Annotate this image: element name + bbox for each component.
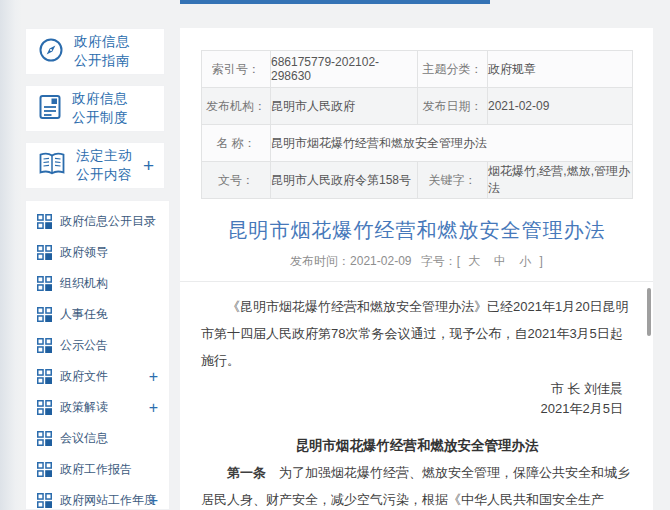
name-value: 昆明市烟花爆竹经营和燃放安全管理办法: [271, 125, 633, 162]
index-value: 686175779-202102-298630: [271, 51, 418, 88]
sidebar-item-website-annual-report[interactable]: 政府网站工作年度 +: [26, 485, 169, 510]
agency-value: 昆明市人民政府: [271, 88, 418, 125]
article-body: 《昆明市烟花爆竹经营和燃放安全管理办法》已经2021年1月20日昆明市第十四届人…: [180, 282, 653, 510]
signature-name: 市 长 刘佳晨: [201, 379, 633, 399]
grid-icon: [37, 214, 52, 229]
sidebar-item-gov-info-catalog[interactable]: 政府信息公开目录: [26, 206, 169, 237]
announcement-paragraph: 《昆明市烟花爆竹经营和燃放安全管理办法》已经2021年1月20日昆明市第十四届人…: [201, 293, 633, 374]
keyword-value: 烟花爆竹,经营,燃放,管理办法: [488, 162, 633, 199]
sidebar-item-meeting-info[interactable]: 会议信息: [26, 423, 169, 454]
grid-icon: [37, 493, 52, 508]
table-row: 发布机构： 昆明市人民政府 发布日期： 2021-02-09: [202, 88, 633, 125]
sidebar-item-label: 人事任免: [60, 306, 108, 323]
sidebar-menu-panel: 政府信息公开目录 政府领导 组织机构 人事任免 公示公告 政府文件 + 政策解读…: [25, 200, 170, 510]
table-row: 文号： 昆明市人民政府令第158号 关键字： 烟花爆竹,经营,燃放,管理办法: [202, 162, 633, 199]
sidebar-card-open-guide[interactable]: 政府信息 公开指南: [25, 28, 165, 75]
grid-icon: [37, 338, 52, 353]
grid-icon: [37, 400, 52, 415]
publish-meta-line: 发布时间：2021-02-09 字号：[ 大 中 小 ]: [180, 253, 653, 270]
sidebar-item-label: 政府文件: [60, 368, 108, 385]
main-content-panel: 索引号： 686175779-202102-298630 主题分类： 政府规章 …: [180, 28, 653, 510]
page-left-gutter: [0, 0, 22, 510]
sidebar-item-gov-leaders[interactable]: 政府领导: [26, 237, 169, 268]
sidebar-item-gov-documents[interactable]: 政府文件 +: [26, 361, 169, 392]
sidebar-card-statutory-disclosure[interactable]: 法定主动 公开内容 +: [25, 142, 165, 189]
scrollbar-thumb[interactable]: [647, 288, 651, 336]
grid-icon: [37, 307, 52, 322]
article-1-number: 第一条: [227, 465, 266, 480]
sidebar-item-label: 政府工作报告: [60, 461, 132, 478]
sidebar-item-label: 公示公告: [60, 337, 108, 354]
topic-value: 政府规章: [488, 51, 633, 88]
book-icon: [38, 152, 66, 180]
sidebar-card-open-rules[interactable]: 政府信息 公开制度: [25, 85, 165, 132]
grid-icon: [37, 276, 52, 291]
grid-icon: [37, 431, 52, 446]
compass-icon: [38, 37, 64, 67]
grid-icon: [37, 462, 52, 477]
fontsize-bracket: ]: [540, 254, 543, 268]
regulation-heading: 昆明市烟花爆竹经营和燃放安全管理办法: [201, 432, 633, 459]
name-label: 名 称：: [202, 125, 271, 162]
table-row: 名 称： 昆明市烟花爆竹经营和燃放安全管理办法: [202, 125, 633, 162]
sidebar-item-label: 组织机构: [60, 275, 108, 292]
sidebar-item-label: 会议信息: [60, 430, 108, 447]
agency-label: 发布机构：: [202, 88, 271, 125]
topic-label: 主题分类：: [418, 51, 488, 88]
publish-date: 发布时间：2021-02-09: [290, 254, 411, 268]
keyword-label: 关键字：: [418, 162, 488, 199]
grid-icon: [37, 369, 52, 384]
sidebar-card-label: 政府信息 公开指南: [74, 33, 130, 69]
docno-label: 文号：: [202, 162, 271, 199]
pubdate-value: 2021-02-09: [488, 88, 633, 125]
sidebar-item-organizations[interactable]: 组织机构: [26, 268, 169, 299]
fontsize-medium-button[interactable]: 中: [494, 254, 506, 268]
expand-plus-icon[interactable]: +: [143, 155, 154, 177]
article-1: 第一条 为了加强烟花爆竹经营、燃放安全管理，保障公共安全和城乡居民人身、财产安全…: [201, 459, 633, 510]
sidebar-item-label: 政府领导: [60, 244, 108, 261]
expand-plus-icon[interactable]: +: [149, 399, 158, 417]
sidebar-item-public-notices[interactable]: 公示公告: [26, 330, 169, 361]
expand-plus-icon[interactable]: +: [149, 492, 158, 510]
sidebar-card-label: 法定主动 公开内容: [76, 147, 132, 183]
sidebar-item-label: 政府信息公开目录: [60, 213, 156, 230]
signature-date: 2021年2月5日: [201, 399, 633, 419]
sidebar-card-label: 政府信息 公开制度: [72, 90, 128, 126]
sidebar-item-label: 政策解读: [60, 399, 108, 416]
fontsize-label: 字号：[: [421, 254, 460, 268]
pubdate-label: 发布日期：: [418, 88, 488, 125]
active-tab-indicator: [180, 0, 490, 4]
index-label: 索引号：: [202, 51, 271, 88]
fontsize-small-button[interactable]: 小: [519, 254, 531, 268]
expand-plus-icon[interactable]: +: [149, 368, 158, 386]
fontsize-large-button[interactable]: 大: [469, 254, 481, 268]
sidebar-item-gov-work-report[interactable]: 政府工作报告: [26, 454, 169, 485]
sidebar-item-policy-interpretation[interactable]: 政策解读 +: [26, 392, 169, 423]
page-title: 昆明市烟花爆竹经营和燃放安全管理办法: [180, 217, 653, 244]
sidebar-item-label: 政府网站工作年度: [60, 492, 156, 509]
document-meta-table: 索引号： 686175779-202102-298630 主题分类： 政府规章 …: [201, 50, 633, 199]
table-row: 索引号： 686175779-202102-298630 主题分类： 政府规章: [202, 51, 633, 88]
grid-icon: [37, 245, 52, 260]
document-icon: [38, 94, 62, 124]
article-1-text: 为了加强烟花爆竹经营、燃放安全管理，保障公共安全和城乡居民人身、财产安全，减少空…: [201, 465, 630, 510]
sidebar-item-personnel[interactable]: 人事任免: [26, 299, 169, 330]
docno-value: 昆明市人民政府令第158号: [271, 162, 418, 199]
